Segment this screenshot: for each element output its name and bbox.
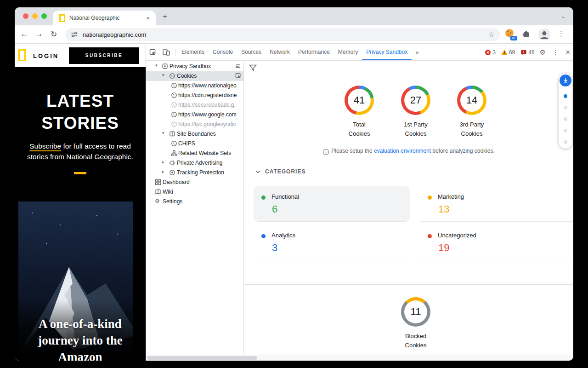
tree-item-origin[interactable]: https://cdn.registerdisne [146,91,244,100]
back-icon[interactable]: ← [19,29,29,39]
download-report-button[interactable] [560,75,571,86]
chevron-down-icon [255,170,260,173]
devtools-tab-elements[interactable]: Elements [177,44,209,60]
book-icon [155,189,161,195]
devtools-tab-memory[interactable]: Memory [334,44,362,60]
pager-dot[interactable] [564,117,567,121]
address-bar[interactable]: nationalgeographic.com ☆ [65,28,500,41]
device-toolbar-icon[interactable] [159,49,173,56]
scrollbar-thumb[interactable] [147,356,257,360]
login-button[interactable]: LOGIN [33,52,59,59]
story-title[interactable]: A one-of-a-kind journey into the Amazon [15,316,146,361]
devtools-tab-privacy-sandbox[interactable]: Privacy Sandbox [362,44,412,60]
devtools-settings-gear-icon[interactable]: ⚙ [537,48,549,57]
panel-side-toolbar [559,74,572,149]
info-icon: i [323,149,329,155]
setup-info-message: iPlease setup the evaluation environment… [244,148,573,155]
tree-item-origin[interactable]: https://www.google.com [146,110,244,120]
devtools-tab-sources[interactable]: Sources [237,44,266,60]
total-cookies-donut: 41 TotalCookies [332,86,387,138]
donut-ring: 27 [401,86,430,115]
tree-item-privacy-sandbox[interactable]: ▾ Privacy Sandbox [146,62,244,71]
collapse-all-icon[interactable] [235,63,241,69]
natgeo-page: LOGIN SUBSCRIBE LATEST STORIES Subscribe… [15,44,146,361]
tree-item-origin[interactable]: https://tpc.googlesyndic [146,120,244,129]
filter-funnel-icon[interactable] [249,64,257,71]
devtools-close-icon[interactable]: × [562,48,573,57]
donut-ring: 11 [401,297,430,327]
tree-item-private-advertising[interactable]: ▸ Private Advertising [146,158,244,168]
subscribe-button[interactable]: SUBSCRIBE [69,47,139,64]
tree-item-site-boundaries[interactable]: ▾ Site Boundaries [146,129,244,139]
category-marketing[interactable]: Marketing 13 [420,186,573,222]
expand-arrow-icon[interactable]: ▸ [162,160,164,164]
content-area: LOGIN SUBSCRIBE LATEST STORIES Subscribe… [15,44,573,361]
inspect-cursor-icon[interactable] [235,73,241,79]
pager-dot-active[interactable] [564,94,567,98]
tree-item-settings[interactable]: ⚙ Settings [146,197,244,207]
category-analytics[interactable]: Analytics 3 [254,224,410,260]
more-tabs-icon[interactable]: » [412,49,422,56]
new-tab-button[interactable]: + [163,12,167,21]
expand-arrow-icon[interactable]: ▾ [155,63,158,68]
expand-arrow-icon[interactable]: ▾ [162,73,164,77]
privacy-sandbox-main: 41 TotalCookies 27 1st PartyCookies [244,61,573,355]
reload-icon[interactable]: ↻ [49,29,59,39]
devtools-tab-performance[interactable]: Performance [294,44,334,60]
donut-label: BlockedCookies [388,332,443,350]
pager-dot[interactable] [564,129,567,132]
cookie-icon [171,111,177,118]
evaluation-environment-link[interactable]: evaluation environment [374,148,431,154]
forward-icon[interactable]: → [34,29,44,39]
pager-dot[interactable] [564,140,567,144]
extensions-puzzle-icon[interactable] [522,30,530,39]
bookmark-star-icon[interactable]: ☆ [488,31,494,38]
profile-avatar[interactable] [538,29,550,40]
close-window-button[interactable] [23,13,28,19]
tree-item-tracking-protection[interactable]: ▸ Tracking Protection [146,168,244,178]
minimize-window-button[interactable] [32,13,38,19]
issues-icon [520,49,527,56]
browser-menu-kebab-icon[interactable]: ⋮ [558,29,565,38]
tree-item-wiki[interactable]: Wiki [146,187,244,197]
natgeo-header: LOGIN SUBSCRIBE [15,44,146,67]
toolbar-divider [175,49,175,56]
tree-item-chips[interactable]: CHIPS [146,139,244,149]
devtools-tab-console[interactable]: Console [209,44,237,60]
category-uncategorized[interactable]: Uncategorized 19 [420,224,573,260]
tree-item-dashboard[interactable]: Dashboard [146,178,244,187]
donut-value: 27 [410,94,421,106]
tree-item-origin[interactable]: https://www.nationalgeo [146,81,244,91]
tree-item-cookies[interactable]: ▾ Cookies [146,71,244,81]
donut-value: 14 [466,94,477,106]
site-settings-icon[interactable] [71,31,78,38]
tree-item-origin[interactable]: https://securepubads.g. [146,100,244,110]
url-text[interactable]: nationalgeographic.com [83,31,488,38]
donut-value: 41 [354,94,365,106]
latest-stories-heading: LATEST STORIES [15,90,146,134]
inspect-element-icon[interactable] [146,49,159,56]
maximize-window-button[interactable] [41,13,47,19]
first-party-cookies-donut: 27 1st PartyCookies [388,86,443,138]
natgeo-favicon-icon [59,14,65,22]
subscribe-link[interactable]: Subscribe [29,142,61,150]
error-count[interactable]: 3 [485,49,496,56]
tree-item-related-website-sets[interactable]: Related Website Sets [146,149,244,158]
devtools-tab-network[interactable]: Network [266,44,294,60]
tab-search-chevron-icon[interactable]: ⌄ [559,12,568,21]
issues-count[interactable]: 46 [520,49,534,56]
error-icon [485,49,491,56]
horizontal-scrollbar[interactable] [146,355,573,361]
categories-header[interactable]: CATEGORIES [255,168,305,175]
expand-arrow-icon[interactable]: ▾ [162,131,164,135]
natgeo-logo-icon[interactable] [18,49,26,61]
tab-close-icon[interactable]: × [145,15,151,22]
pager-dot[interactable] [564,106,567,109]
browser-tab[interactable]: National Geographic × [53,11,156,25]
cookie-extension-icon[interactable]: 41 [505,29,515,39]
expand-arrow-icon[interactable]: ▸ [162,169,164,174]
devtools-menu-kebab-icon[interactable]: ⋮ [549,48,562,57]
category-functional[interactable]: Functional 6 [254,186,410,222]
third-party-cookies-donut: 14 3rd PartyCookies [444,86,499,138]
warning-count[interactable]: 69 [501,49,515,56]
